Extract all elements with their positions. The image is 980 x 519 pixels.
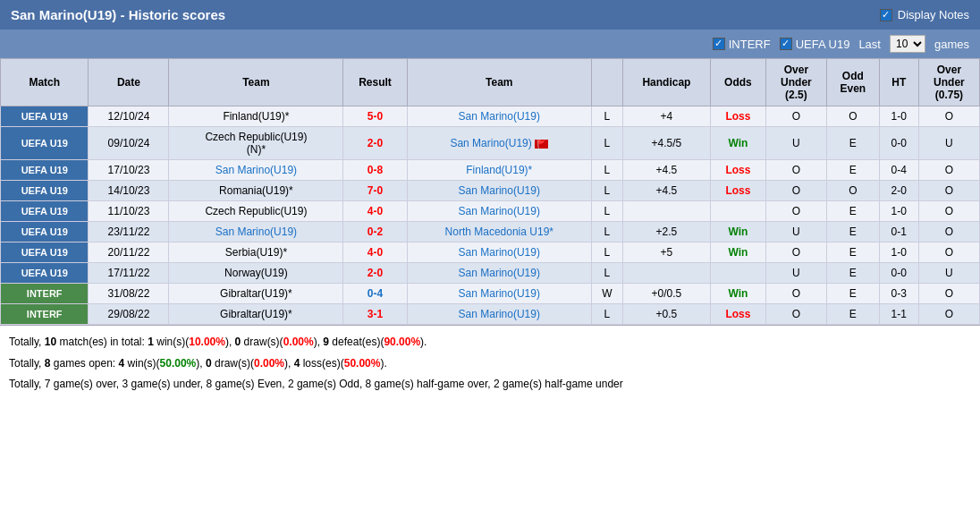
header: San Marino(U19) - Historic scores Displa… xyxy=(0,0,980,30)
uefa-checkbox[interactable] xyxy=(780,38,792,50)
table-row: UEFA U1923/11/22San Marino(U19)0-2North … xyxy=(1,222,980,242)
ht-cell: 1-0 xyxy=(879,242,918,263)
team2-cell[interactable]: San Marino(U19) 🚩 xyxy=(407,127,591,160)
over-under-25-cell: U xyxy=(765,222,826,242)
col-odds: Odds xyxy=(711,59,766,106)
odds-cell: Loss xyxy=(711,160,766,181)
summary-wins: 1 xyxy=(148,336,154,348)
match-type-cell: UEFA U19 xyxy=(1,263,89,284)
odds-cell: Win xyxy=(711,284,766,304)
date-cell: 17/11/22 xyxy=(89,263,169,284)
team1-cell[interactable]: Norway(U19) xyxy=(169,263,343,284)
team1-cell[interactable]: Gibraltar(U19)* xyxy=(169,284,343,304)
col-team1: Team xyxy=(169,59,343,106)
summary-wins-pct: 10.00% xyxy=(189,336,225,348)
odd-even-cell: E xyxy=(826,222,879,242)
handicap-cell xyxy=(622,263,710,284)
team1-cell[interactable]: Czech Republic(U19)(N)* xyxy=(169,127,343,160)
over-under-075-cell: O xyxy=(918,304,979,325)
filter-bar: INTERF UEFA U19 Last 10 20 30 games xyxy=(0,30,980,58)
team1-cell[interactable]: Gibraltar(U19)* xyxy=(169,304,343,325)
over-under-075-cell: O xyxy=(918,222,979,242)
result-cell: 7-0 xyxy=(343,181,407,201)
interf-filter-label[interactable]: INTERF xyxy=(713,38,771,51)
col-match: Match xyxy=(1,59,89,106)
table-row: INTERF31/08/22Gibraltar(U19)*0-4San Mari… xyxy=(1,284,980,304)
team1-cell[interactable]: Romania(U19)* xyxy=(169,181,343,201)
over-under-25-cell: O xyxy=(765,181,826,201)
summary-open-wins: 4 xyxy=(119,357,125,370)
match-type-cell: UEFA U19 xyxy=(1,222,89,242)
date-cell: 11/10/23 xyxy=(89,201,169,222)
over-under-075-cell: O xyxy=(918,242,979,263)
team1-cell[interactable]: Serbia(U19)* xyxy=(169,242,343,263)
date-cell: 14/10/23 xyxy=(89,181,169,201)
odd-even-cell: E xyxy=(826,304,879,325)
match-type-cell: UEFA U19 xyxy=(1,181,89,201)
odds-cell: Loss xyxy=(711,106,766,127)
team2-cell[interactable]: San Marino(U19) xyxy=(407,201,591,222)
team2-cell[interactable]: San Marino(U19) xyxy=(407,263,591,284)
team1-cell[interactable]: San Marino(U19) xyxy=(169,160,343,181)
team2-cell[interactable]: San Marino(U19) xyxy=(407,181,591,201)
team2-cell[interactable]: San Marino(U19) xyxy=(407,284,591,304)
odd-even-cell: O xyxy=(826,106,879,127)
odd-even-cell: E xyxy=(826,242,879,263)
header-right: Display Notes xyxy=(880,8,969,21)
wl-cell: L xyxy=(591,222,622,242)
table-row: UEFA U1920/11/22Serbia(U19)*4-0San Marin… xyxy=(1,242,980,263)
team2-cell[interactable]: San Marino(U19) xyxy=(407,304,591,325)
handicap-cell: +0.5 xyxy=(622,304,710,325)
ht-cell: 2-0 xyxy=(879,181,918,201)
col-handicap: Handicap xyxy=(622,59,710,106)
result-cell: 2-0 xyxy=(343,127,407,160)
handicap-cell xyxy=(622,201,710,222)
col-ht: HT xyxy=(879,59,918,106)
summary-open-draws: 0 xyxy=(206,357,212,370)
team2-cell[interactable]: North Macedonia U19* xyxy=(407,222,591,242)
wl-cell: L xyxy=(591,181,622,201)
match-type-cell: UEFA U19 xyxy=(1,127,89,160)
handicap-cell: +4.5 xyxy=(622,160,710,181)
summary-draws: 0 xyxy=(235,336,241,348)
over-under-25-cell: O xyxy=(765,201,826,222)
odds-cell: Loss xyxy=(711,181,766,201)
odd-even-cell: E xyxy=(826,263,879,284)
odd-even-cell: E xyxy=(826,284,879,304)
summary-open-wins-pct: 50.00% xyxy=(160,357,197,370)
team1-cell[interactable]: Czech Republic(U19) xyxy=(169,201,343,222)
over-under-075-cell: O xyxy=(918,160,979,181)
handicap-cell: +0/0.5 xyxy=(622,284,710,304)
table-row: INTERF29/08/22Gibraltar(U19)*3-1San Mari… xyxy=(1,304,980,325)
games-select[interactable]: 10 20 30 xyxy=(890,35,925,53)
date-cell: 17/10/23 xyxy=(89,160,169,181)
summary-defeats-pct: 90.00% xyxy=(384,336,420,348)
over-under-075-cell: U xyxy=(918,127,979,160)
display-notes-checkbox[interactable] xyxy=(880,9,892,21)
odd-even-cell: E xyxy=(826,127,879,160)
odds-cell xyxy=(711,263,766,284)
date-cell: 31/08/22 xyxy=(89,284,169,304)
summary-draws-pct: 0.00% xyxy=(283,336,314,348)
table-row: UEFA U1917/11/22Norway(U19)2-0San Marino… xyxy=(1,263,980,284)
over-under-075-cell: O xyxy=(918,181,979,201)
over-under-25-cell: O xyxy=(765,106,826,127)
over-under-075-cell: O xyxy=(918,201,979,222)
match-type-cell: UEFA U19 xyxy=(1,106,89,127)
date-cell: 20/11/22 xyxy=(89,242,169,263)
result-cell: 5-0 xyxy=(343,106,407,127)
wl-cell: L xyxy=(591,263,622,284)
wl-cell: L xyxy=(591,242,622,263)
display-notes-label: Display Notes xyxy=(898,8,969,21)
team2-cell[interactable]: San Marino(U19) xyxy=(407,106,591,127)
summary-defeats: 9 xyxy=(323,336,329,348)
team2-cell[interactable]: San Marino(U19) xyxy=(407,242,591,263)
uefa-filter-label[interactable]: UEFA U19 xyxy=(780,38,850,51)
handicap-cell: +5 xyxy=(622,242,710,263)
team1-cell[interactable]: San Marino(U19) xyxy=(169,222,343,242)
team2-cell[interactable]: Finland(U19)* xyxy=(407,160,591,181)
team1-cell[interactable]: Finland(U19)* xyxy=(169,106,343,127)
interf-checkbox[interactable] xyxy=(713,38,725,50)
ht-cell: 0-1 xyxy=(879,222,918,242)
col-team2: Team xyxy=(407,59,591,106)
